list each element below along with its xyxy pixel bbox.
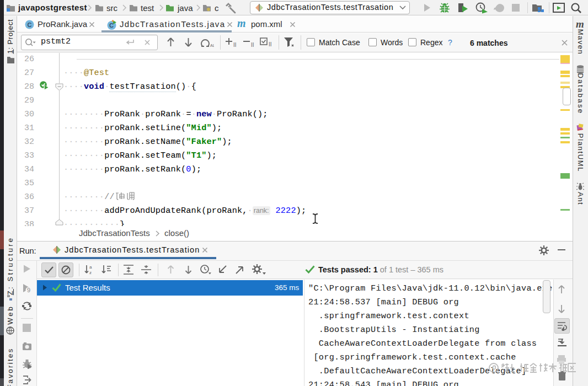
svg-text:z: z xyxy=(89,270,92,275)
svg-text:9: 9 xyxy=(27,287,30,293)
svg-text:C: C xyxy=(28,22,32,28)
svg-text:II: II xyxy=(269,41,272,47)
svg-text:II: II xyxy=(233,42,237,48)
svg-text:ALB: ALB xyxy=(210,44,214,47)
svg-text:a: a xyxy=(89,265,92,270)
svg-text:II: II xyxy=(251,42,254,48)
svg-text:C: C xyxy=(109,22,114,29)
